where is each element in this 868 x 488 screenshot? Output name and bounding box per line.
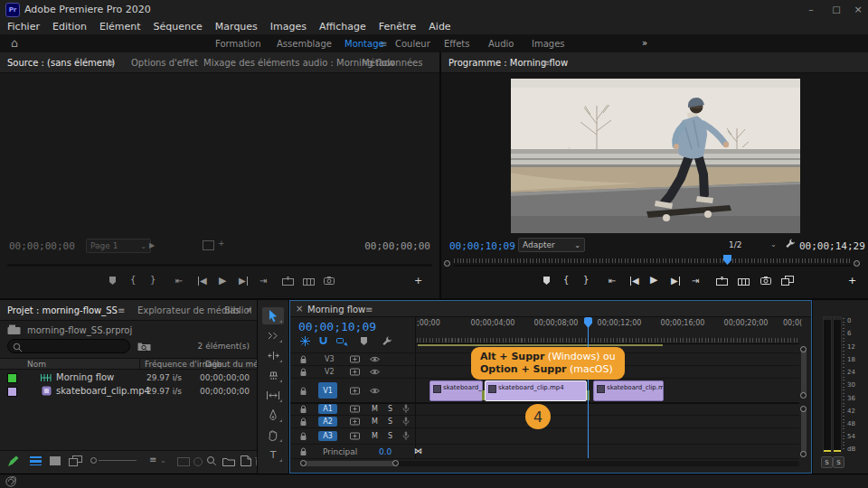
menu-element[interactable]: Elément [99,21,141,33]
source-insert-icon[interactable] [282,277,294,286]
mute-button[interactable]: M [372,405,378,413]
slip-tool[interactable] [262,387,284,404]
solo-button[interactable]: S [388,432,392,440]
timeline-clip-2-selected[interactable]: skateboard_clip.mp4 [485,380,587,401]
source-goto-in-icon[interactable]: ⇤ [175,277,183,286]
menu-edition[interactable]: Edition [52,21,87,33]
solo-button[interactable]: S [388,418,392,426]
video-tracks-scrollbar[interactable] [801,349,807,398]
source-overwrite-icon[interactable] [303,277,315,286]
menu-images[interactable]: Images [270,21,307,33]
voiceover-mic-icon[interactable] [402,404,410,414]
sync-lock-icon[interactable] [350,387,360,395]
razor-tool[interactable] [262,367,284,384]
menu-affichage[interactable]: Affichage [319,21,366,33]
column-nom[interactable]: Nom [27,360,46,369]
track-header-divider[interactable] [415,316,416,459]
program-mark-out-icon[interactable]: } [583,276,589,285]
program-panel-menu-icon[interactable]: ≡ [542,58,550,68]
program-fit-select[interactable]: Adapter ⌄ [518,238,585,252]
project-row-morning-flow[interactable]: Morning flow 29.97 i/s 00;00;00;00 [0,371,257,384]
lock-icon[interactable] [299,432,307,441]
source-next-page-icon[interactable]: ▶ [149,241,155,249]
source-add-marker-icon[interactable] [108,276,117,286]
sync-lock-icon[interactable] [350,368,360,376]
pen-tool[interactable] [262,407,284,424]
workspace-tab-effets[interactable]: Effets [444,39,470,49]
label-color-chip-green[interactable] [7,373,17,383]
lock-icon[interactable] [299,447,307,456]
timeline-add-marker-icon[interactable] [360,336,368,346]
minimize-button[interactable]: – [799,0,823,18]
column-divider[interactable] [139,358,140,370]
program-lift-icon[interactable] [716,277,728,286]
master-track-label[interactable]: Principal [323,447,357,456]
zoom-slider-knob[interactable] [90,457,97,464]
scrollbar-handle-cap[interactable] [800,392,807,399]
project-panel-menu-icon[interactable]: ≡ [118,305,125,315]
program-scrubber-start-handle[interactable] [444,260,450,267]
sync-lock-icon[interactable] [350,405,360,413]
timeline-timecode[interactable]: 00;00;10;09 [298,320,376,333]
workspace-tab-audio[interactable]: Audio [488,39,514,49]
track-target-badge[interactable]: V1 [318,382,337,399]
program-goto-out-icon[interactable]: ⇥ [692,277,699,286]
chevron-down-icon[interactable]: ⌄ [160,456,166,465]
source-play-icon[interactable]: ▶ [219,277,226,286]
workspace-menu-icon[interactable]: ≡ [380,39,387,49]
scrollbar-handle-cap[interactable] [800,346,807,352]
tab-projet[interactable]: Projet : morning-flow_SS [7,305,118,315]
workspace-overflow-icon[interactable]: » [642,38,647,48]
project-search-input[interactable] [24,341,129,353]
menu-sequence[interactable]: Séquence [154,21,203,33]
source-export-frame-icon[interactable] [324,276,335,285]
track-label[interactable]: V3 [325,355,335,363]
program-step-forward-icon[interactable]: ▶ [671,277,680,286]
tab-options-effet[interactable]: Options d'effet [131,58,198,68]
column-divider[interactable] [202,358,203,370]
tab-source[interactable]: Source : (sans élément) [7,58,115,68]
program-timecode-current[interactable]: 00;00;10;09 [449,240,515,252]
timeline-hscroll-handle[interactable] [300,461,398,466]
scrollbar-handle-cap[interactable] [800,451,807,457]
source-mark-out-icon[interactable]: } [150,276,156,285]
project-tabs-overflow-icon[interactable]: » [246,305,251,314]
lock-icon[interactable] [299,355,307,364]
program-add-marker-icon[interactable] [542,276,551,286]
timeline-playhead-line[interactable] [588,318,589,458]
item-name[interactable]: Morning flow [56,372,114,382]
timeline-clip-1[interactable]: skateboard_ [429,380,483,401]
lock-icon[interactable] [299,387,307,396]
source-goto-out-icon[interactable]: ⇥ [259,277,267,286]
program-minitimeline-bar[interactable] [454,265,852,267]
source-step-forward-icon[interactable]: ▶ [239,277,248,286]
maximize-button[interactable]: □ [825,0,848,18]
automate-sequence-icon[interactable] [177,457,190,466]
scrollbar-handle-cap[interactable] [300,460,307,466]
lock-icon[interactable] [299,418,307,427]
program-play-icon[interactable]: ▶ [650,276,657,285]
trim-handle-left[interactable] [482,390,485,400]
program-resolution-select[interactable]: 1/2 [729,240,741,249]
track-target-badge[interactable]: A2 [318,417,337,427]
timeline-tab[interactable]: Morning flow [307,305,365,314]
source-settings-icon[interactable] [203,240,214,250]
menu-aide[interactable]: Aide [429,21,450,33]
workspace-tab-couleur[interactable]: Couleur [395,39,430,49]
work-area-bar[interactable] [418,344,663,346]
creative-cloud-icon[interactable] [5,476,16,487]
track-target-badge[interactable]: A1 [318,404,337,414]
source-mark-in-icon[interactable]: { [130,276,136,285]
eye-icon[interactable] [370,356,380,362]
icon-view-icon[interactable] [50,456,61,465]
program-settings-wrench-icon[interactable] [785,239,796,249]
nest-sequence-icon[interactable] [300,336,310,346]
column-debut[interactable]: Début du méd [205,360,264,369]
audio-tracks-scrollbar[interactable] [801,408,807,454]
timeline-panel-menu-icon[interactable]: ≡ [365,305,373,314]
label-color-chip-purple[interactable] [7,387,17,397]
menu-fenetre[interactable]: Fenêtre [379,21,417,33]
zoom-slider-track[interactable] [99,460,137,461]
sync-lock-icon[interactable] [350,355,360,363]
item-name[interactable]: skateboard_clip.mp4 [56,386,150,396]
